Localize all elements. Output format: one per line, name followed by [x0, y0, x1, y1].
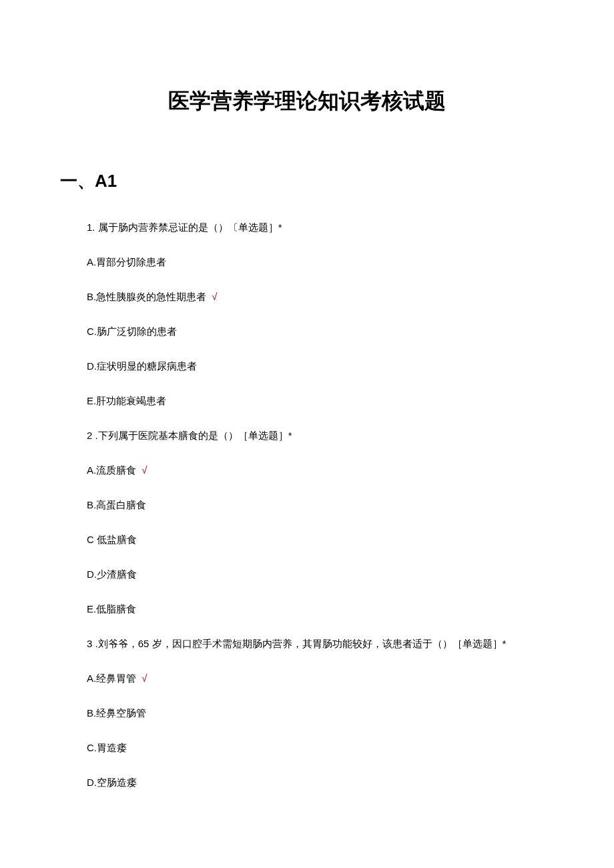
option-label: B.急性胰腺炎的急性期患者 — [87, 291, 209, 302]
option-label: E.肝功能衰竭患者 — [87, 395, 166, 406]
check-icon: √ — [141, 464, 147, 476]
section-heading: 一、A1 — [60, 169, 554, 193]
option-label: B.高蛋白膳食 — [87, 499, 146, 510]
option-c: C.肠广泛切除的患者 — [87, 324, 554, 340]
check-icon: √ — [212, 291, 217, 302]
option-label: B.经鼻空肠管 — [87, 707, 146, 719]
option-label: E.低脂膳食 — [87, 603, 136, 614]
question-body: .刘爷爷，65 岁，因口腔手术需短期肠内营养，其胃肠功能较好，该患者适于（）［单… — [92, 638, 506, 649]
check-icon: √ — [141, 673, 147, 684]
question-body: 属于肠内营养禁忌证的是（）〔单选题］* — [95, 222, 282, 233]
option-b: B.高蛋白膳食 — [87, 497, 554, 513]
option-b: B.经鼻空肠管 — [87, 705, 554, 721]
option-label: A.胃部分切除患者 — [87, 256, 166, 268]
option-e: E.肝功能衰竭患者 — [87, 393, 554, 409]
option-a: A.经鼻胃管 √ — [87, 671, 554, 687]
option-a: A.流质膳食 √ — [87, 462, 554, 478]
option-label: C.胃造瘘 — [87, 742, 127, 753]
question-block-3: 3 .刘爷爷，65 岁，因口腔手术需短期肠内营养，其胃肠功能较好，该患者适于（）… — [87, 636, 554, 791]
question-text: 2 .下列属于医院基本膳食的是（）［单选题］* — [87, 428, 554, 444]
option-label: C 低盐膳食 — [87, 534, 137, 545]
option-e: E.低脂膳食 — [87, 601, 554, 617]
option-label: D.少渣膳食 — [87, 568, 137, 580]
option-label: A.经鼻胃管 — [87, 673, 139, 684]
question-block-1: 1. 属于肠内营养禁忌证的是（）〔单选题］* A.胃部分切除患者 B.急性胰腺炎… — [87, 220, 554, 409]
option-d: D.空肠造瘘 — [87, 775, 554, 791]
question-number: 1. — [87, 222, 95, 233]
option-label: D.症状明显的糖尿病患者 — [87, 360, 197, 372]
option-label: C.肠广泛切除的患者 — [87, 326, 177, 337]
question-block-2: 2 .下列属于医院基本膳食的是（）［单选题］* A.流质膳食 √ B.高蛋白膳食… — [87, 428, 554, 617]
option-d: D.症状明显的糖尿病患者 — [87, 358, 554, 374]
question-text: 1. 属于肠内营养禁忌证的是（）〔单选题］* — [87, 220, 554, 236]
option-d: D.少渣膳食 — [87, 566, 554, 582]
option-label: A.流质膳食 — [87, 464, 139, 476]
option-c: C.胃造瘘 — [87, 740, 554, 756]
question-body: .下列属于医院基本膳食的是（）［单选题］* — [92, 430, 292, 441]
document-title: 医学营养学理论知识考核试题 — [60, 87, 554, 116]
option-b: B.急性胰腺炎的急性期患者 √ — [87, 289, 554, 305]
option-a: A.胃部分切除患者 — [87, 254, 554, 270]
option-label: D.空肠造瘘 — [87, 777, 137, 788]
option-c: C 低盐膳食 — [87, 532, 554, 548]
question-text: 3 .刘爷爷，65 岁，因口腔手术需短期肠内营养，其胃肠功能较好，该患者适于（）… — [87, 636, 554, 652]
